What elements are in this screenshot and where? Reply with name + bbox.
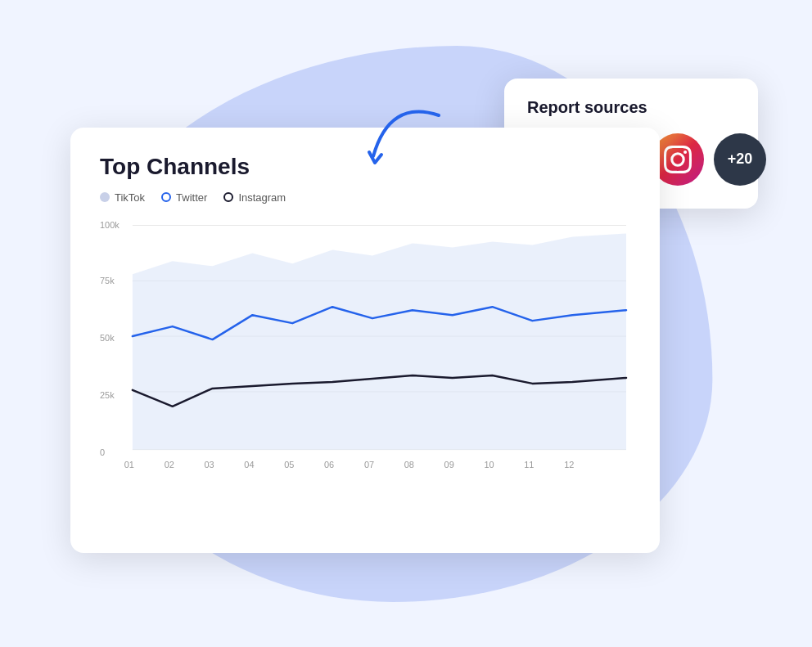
curved-arrow-icon [357,107,455,173]
x-label-12: 12 [564,459,574,469]
x-label-04: 04 [244,459,254,469]
y-label-25k: 25k [100,389,115,399]
chart-legend: TikTok Twitter Instagram [100,191,630,204]
x-label-10: 10 [484,459,494,469]
legend-item-instagram: Instagram [223,191,286,204]
x-label-02: 02 [165,459,174,469]
y-label-100k: 100k [100,220,120,230]
tiktok-legend-label: TikTok [115,191,145,204]
y-label-75k: 75k [100,276,115,285]
x-label-06: 06 [324,459,334,469]
chart-area: 100k 75k 50k 25k 0 01 02 [100,218,630,496]
y-label-50k: 50k [100,333,115,343]
tiktok-legend-dot [100,192,110,202]
scene-container: Report sources [38,29,774,618]
more-sources-label: +20 [728,151,753,168]
x-label-09: 09 [444,459,454,469]
x-label-03: 03 [204,459,214,469]
chart-svg: 100k 75k 50k 25k 0 01 02 [100,218,630,496]
twitter-legend-label: Twitter [176,191,207,204]
legend-item-twitter: Twitter [161,191,207,204]
instagram-legend-label: Instagram [238,191,286,204]
instagram-legend-dot [223,192,233,202]
chart-card: Top Channels TikTok Twitter Instagram 10… [70,128,660,553]
report-sources-title: Report sources [527,98,735,117]
instagram-logo [664,146,692,173]
x-label-11: 11 [524,459,534,469]
y-label-0: 0 [100,447,105,456]
x-label-05: 05 [284,459,294,469]
more-sources-icon[interactable]: +20 [714,133,766,186]
x-label-01: 01 [124,459,134,469]
x-label-07: 07 [364,459,374,469]
tiktok-area-fill [133,233,626,449]
arrow-container [357,107,455,176]
legend-item-tiktok: TikTok [100,191,145,204]
x-label-08: 08 [404,459,414,469]
twitter-legend-dot [161,192,171,202]
